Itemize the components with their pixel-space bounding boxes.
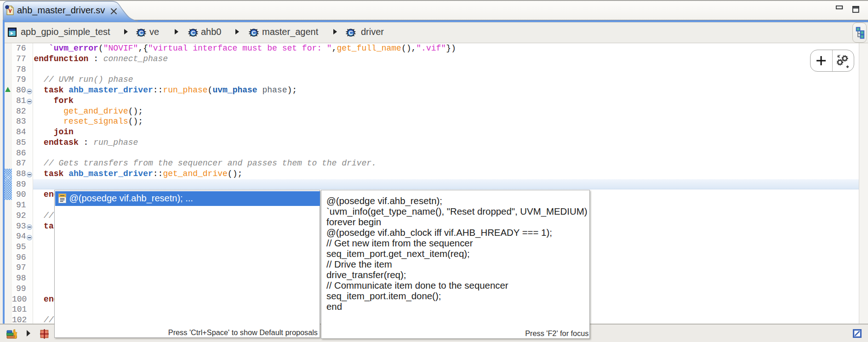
svg-text:C: C (348, 29, 353, 36)
svg-text:C: C (251, 29, 256, 36)
svg-text:C: C (139, 29, 143, 36)
svg-text:C: C (191, 29, 195, 36)
